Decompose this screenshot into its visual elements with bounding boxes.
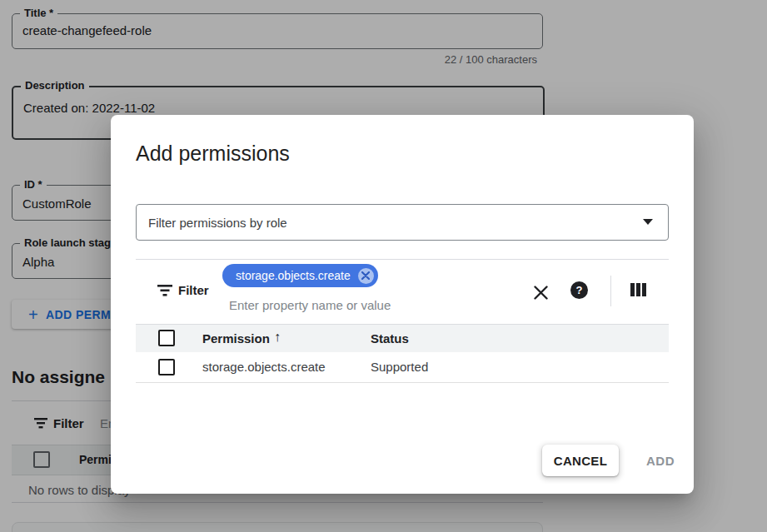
filter-label: Filter — [178, 283, 209, 297]
filter-chip[interactable]: storage.objects.create — [222, 264, 378, 287]
chevron-down-icon — [643, 219, 653, 225]
dropdown-value: Filter permissions by role — [148, 216, 287, 230]
row-permission-cell: storage.objects.create — [202, 360, 326, 374]
help-glyph: ? — [576, 284, 583, 296]
close-icon — [534, 286, 548, 300]
permission-column-header[interactable]: Permission — [202, 331, 270, 346]
dialog-title: Add permissions — [136, 142, 290, 166]
permissions-table-header: Permission ↑ Status — [136, 324, 669, 353]
help-icon[interactable]: ? — [570, 281, 588, 299]
row-checkbox[interactable] — [158, 359, 175, 375]
vertical-divider — [610, 276, 611, 306]
column-display-options-button[interactable] — [628, 282, 648, 297]
columns-icon — [630, 283, 646, 296]
table-row[interactable]: storage.objects.create Supported — [136, 352, 669, 383]
filter-chip-label: storage.objects.create — [236, 269, 351, 282]
chip-remove-icon[interactable] — [358, 268, 374, 284]
sort-ascending-icon[interactable]: ↑ — [274, 330, 281, 345]
filter-permissions-by-role-dropdown[interactable]: Filter permissions by role — [136, 204, 669, 241]
clear-filter-button[interactable] — [531, 283, 550, 301]
select-all-checkbox[interactable] — [158, 330, 175, 346]
row-status-cell: Supported — [371, 360, 428, 374]
cancel-button[interactable]: CANCEL — [542, 445, 619, 476]
add-button[interactable]: ADD — [631, 445, 690, 476]
filter-icon — [157, 285, 172, 296]
status-column-header[interactable]: Status — [371, 331, 409, 346]
add-permissions-dialog: Add permissions Filter permissions by ro… — [111, 115, 694, 494]
divider — [136, 259, 669, 260]
filter-input[interactable]: Enter property name or value — [229, 298, 391, 312]
